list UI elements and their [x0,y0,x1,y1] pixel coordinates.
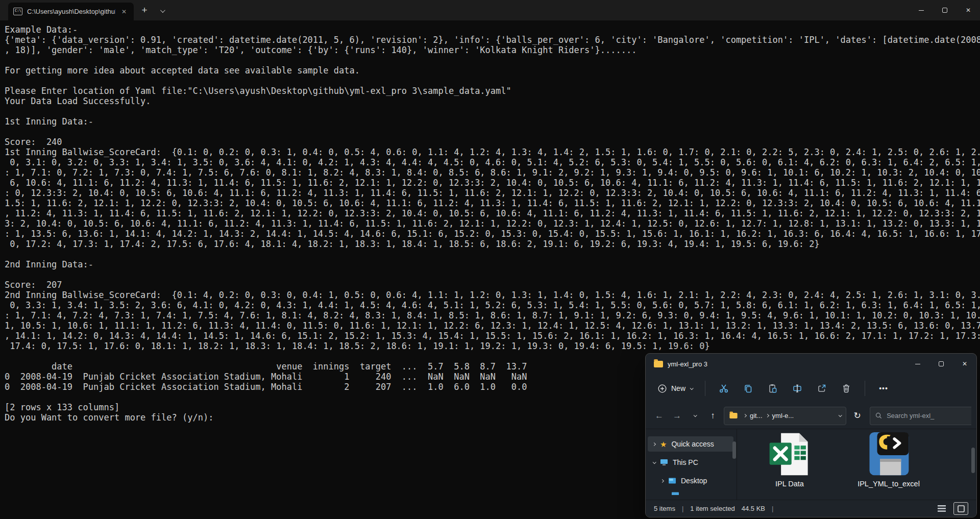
explorer-window-title: yml-exl_pro 3 [668,360,707,368]
sidebar-item-partial [671,491,737,495]
terminal-line: Score: 240 [5,137,980,147]
rename-icon [792,383,802,393]
terminal-line: , 18)], 'gender': 'male', 'match_type': … [5,45,980,55]
up-icon: ↑ [710,411,715,421]
recent-locations-button[interactable] [687,407,703,425]
terminal-line: 3: 2, 10.4: 0, 10.5: 6, 10.6: 4, 11.1: 6… [5,218,980,229]
sidebar-item-label: This PC [673,458,698,466]
chevron-down-icon [653,460,656,464]
copy-icon [743,383,753,393]
terminal-line: 0, 17.2: 4, 17.3: 1, 17.4: 2, 17.5: 6, 1… [5,239,980,249]
up-button[interactable]: ↑ [704,407,721,425]
explorer-minimize-button[interactable] [906,354,929,374]
breadcrumb-current-folder[interactable]: yml-e... [772,412,794,419]
paste-button[interactable] [763,379,783,398]
file-item-exe[interactable]: IPL_YML_to_excel [850,431,927,488]
terminal-line: Please Enter location of Yaml file:"C:\U… [5,86,980,96]
terminal-line: 1st Inning Ballwise_ScoreCard: {0.1: 0, … [5,147,980,157]
terminal-line: , 14.1: 1, 14.2: 0, 14.3: 4, 14.4: 1, 14… [5,331,980,341]
explorer-title-bar[interactable]: yml-exl_pro 3 ✕ [646,354,976,374]
tab-close-icon[interactable]: ✕ [119,7,129,16]
folder-item-icon [671,492,679,495]
back-button[interactable]: ← [651,407,668,425]
new-button[interactable]: New [652,380,699,397]
back-icon: ← [655,411,664,421]
terminal-line: {'meta': {'data_version': 0.91, 'created… [5,35,980,45]
large-icons-view-button[interactable] [953,502,968,515]
terminal-tab-title: C:\Users\ayush\Desktop\github [27,8,115,15]
plus-circle-icon [658,384,667,393]
plus-icon: + [141,5,147,16]
file-explorer-window: yml-exl_pro 3 ✕ New [645,353,977,517]
selection-status: 1 item selected [690,505,734,512]
more-options-button[interactable]: ••• [873,379,894,398]
terminal-line: 6, 10.6: 4, 11.1: 6, 11.2: 4, 11.3: 1, 1… [5,178,980,188]
explorer-maximize-button[interactable] [929,354,953,374]
breadcrumb-github[interactable]: git... [750,412,763,419]
excel-file-icon [767,431,813,477]
file-pane-scrollbar-thumb[interactable] [971,448,975,473]
explorer-nav-bar: ← → ↑ git... yml-e... ↻ [646,403,976,429]
cut-button[interactable] [714,379,734,398]
file-name: IPL_YML_to_excel [857,480,920,488]
search-input[interactable] [887,412,966,419]
terminal-tab-bar: C:\ C:\Users\ayush\Desktop\github ✕ + ✕ [0,0,980,20]
file-list-pane[interactable]: IPL Data IPL_YML_to_excel [737,429,976,500]
rename-button[interactable] [787,379,807,398]
terminal-line: For getting more idea about accepted dat… [5,65,980,76]
file-item-excel[interactable]: IPL Data [751,431,828,488]
file-name: IPL Data [775,480,804,488]
chevron-right-icon [766,414,769,417]
sidebar-item-quick-access[interactable]: ★ Quick access [648,436,733,452]
tab-dropdown-button[interactable] [155,5,168,16]
folder-icon [729,413,737,418]
folder-icon [654,361,663,367]
minimize-button[interactable] [910,0,933,20]
maximize-button[interactable] [933,0,957,20]
star-icon: ★ [660,440,667,448]
terminal-line: : 0, 12.3:3: 2, 10.4: 0, 10.5: 6, 10.6: … [5,188,980,198]
items-count: 5 items [654,505,675,512]
terminal-line: : 1, 7.1: 4, 7.2: 4, 7.3: 1, 7.4: 1, 7.5… [5,310,980,320]
close-icon: ✕ [966,7,971,14]
terminal-line: : 1, 7.1: 0, 7.2: 1, 7.3: 0, 7.4: 1, 7.5… [5,167,980,178]
explorer-body: ★ Quick access This PC Desktop [646,429,976,500]
chevron-down-icon [694,413,697,417]
terminal-line: 1.5: 1, 11.6: 2, 12.1: 1, 12.2: 0, 12.3:… [5,198,980,208]
view-toggle-group [934,502,968,515]
terminal-line: 2nd Inning Data:- [5,259,980,269]
terminal-line: 1, 10.5: 1, 10.6: 1, 11.1: 1, 11.2: 6, 1… [5,320,980,331]
copy-button[interactable] [738,379,758,398]
terminal-line: Score: 207 [5,280,980,290]
share-button[interactable] [812,379,832,398]
search-icon [875,412,882,419]
explorer-close-button[interactable]: ✕ [953,354,976,374]
terminal-line [5,106,980,116]
ellipsis-icon: ••• [879,384,888,392]
chevron-right-icon [652,442,656,446]
explorer-sidebar: ★ Quick access This PC Desktop [646,429,737,500]
chevron-down-icon [160,8,165,13]
sidebar-item-label: Desktop [681,477,707,485]
address-dropdown-icon[interactable] [839,413,842,417]
delete-button[interactable] [836,379,856,398]
terminal-tab[interactable]: C:\ C:\Users\ayush\Desktop\github ✕ [8,3,134,20]
details-view-button[interactable] [934,502,949,515]
maximize-icon [939,361,944,366]
close-icon: ✕ [962,360,967,367]
sidebar-item-desktop[interactable]: Desktop [656,473,733,488]
close-button[interactable]: ✕ [957,0,980,20]
forward-button[interactable]: → [669,407,685,425]
new-tab-button[interactable]: + [137,3,152,17]
terminal-line: 2nd Inning Ballwise_ScoreCard: {0.1: 4, … [5,290,980,300]
terminal-line: 17.4: 0, 17.5: 1, 17.6: 0, 18.1: 1, 18.2… [5,341,980,351]
sidebar-scrollbar-thumb[interactable] [732,441,736,459]
refresh-button[interactable]: ↻ [849,407,866,425]
search-box[interactable] [870,407,971,425]
sidebar-item-this-pc[interactable]: This PC [648,455,733,470]
explorer-command-bar: New ••• [646,374,976,403]
status-divider: | [682,505,683,512]
terminal-line: Example Data:- [5,24,980,35]
address-bar[interactable]: git... yml-e... [724,407,846,425]
minimize-icon [919,10,924,11]
